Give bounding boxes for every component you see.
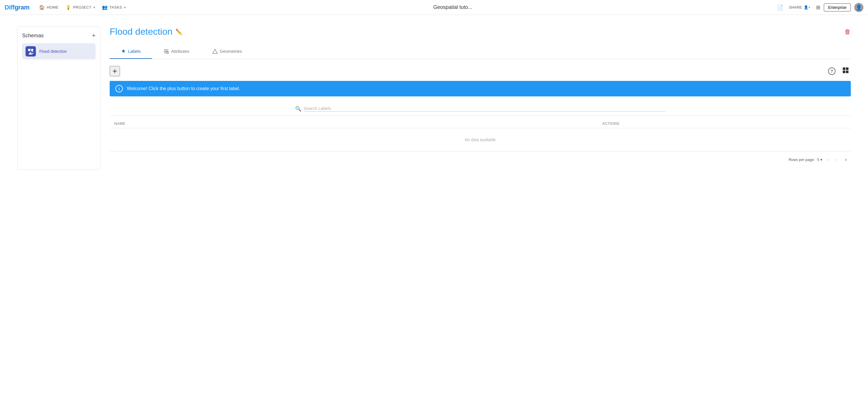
file-icon[interactable]: 📄 bbox=[777, 4, 783, 11]
delete-schema-button[interactable]: 🗑 bbox=[844, 28, 851, 36]
nav-tasks[interactable]: 👥 TASKS ▾ bbox=[99, 3, 129, 12]
avatar[interactable]: 👤 bbox=[854, 3, 863, 12]
pagination-next-button[interactable]: › bbox=[843, 156, 848, 163]
column-actions-header: Actions bbox=[602, 121, 846, 126]
edit-title-icon[interactable]: ✏️ bbox=[175, 28, 183, 35]
geometries-icon bbox=[212, 48, 218, 54]
home-icon: 🏠 bbox=[39, 5, 45, 10]
schemas-header: Schemas + bbox=[22, 32, 96, 39]
svg-rect-15 bbox=[846, 67, 848, 70]
navbar: Diffgram 🏠 HOME 💡 PROJECT ▾ 👥 TASKS ▾ Ge… bbox=[0, 0, 868, 15]
nav-project[interactable]: 💡 PROJECT ▾ bbox=[63, 3, 98, 12]
svg-marker-10 bbox=[213, 49, 217, 53]
search-icon: 🔍 bbox=[295, 105, 301, 112]
toolbar-right: ? bbox=[827, 66, 851, 76]
project-icon: 💡 bbox=[65, 5, 71, 10]
rows-per-page-select[interactable]: 5 ▾ bbox=[817, 158, 823, 162]
svg-rect-16 bbox=[843, 71, 845, 73]
add-person-icon: 👤+ bbox=[804, 5, 811, 9]
svg-marker-2 bbox=[28, 52, 32, 55]
schema-icon bbox=[26, 46, 36, 57]
tasks-icon: 👥 bbox=[102, 5, 108, 10]
svg-line-4 bbox=[32, 51, 32, 52]
svg-point-11 bbox=[214, 49, 215, 50]
layout-icon[interactable]: ⊞ bbox=[816, 4, 820, 11]
svg-rect-0 bbox=[28, 49, 30, 51]
svg-rect-7 bbox=[164, 51, 168, 52]
enterprise-button[interactable]: Enterprise bbox=[824, 3, 851, 11]
svg-rect-17 bbox=[846, 71, 848, 73]
search-wrap: 🔍 bbox=[295, 105, 665, 112]
svg-rect-14 bbox=[843, 67, 845, 70]
project-chevron-icon: ▾ bbox=[93, 5, 95, 9]
tab-labels[interactable]: ★ Labels bbox=[110, 44, 152, 59]
svg-rect-6 bbox=[164, 50, 168, 50]
pagination-prev-button[interactable]: ‹ bbox=[834, 156, 839, 163]
nav-home[interactable]: 🏠 HOME bbox=[36, 3, 61, 12]
nav-links: 🏠 HOME 💡 PROJECT ▾ 👥 TASKS ▾ bbox=[36, 3, 129, 12]
project-title: Geospatial tuto... bbox=[135, 4, 770, 10]
table-header: Name Actions bbox=[110, 119, 851, 128]
info-banner: i Welcome! Click the plus button to crea… bbox=[110, 81, 851, 96]
svg-point-9 bbox=[167, 52, 168, 54]
schema-item-flood-detection[interactable]: Flood detection bbox=[22, 43, 96, 59]
rows-per-page-value: 5 bbox=[817, 158, 819, 162]
share-button[interactable]: SHARE 👤+ bbox=[787, 4, 813, 11]
logo[interactable]: Diffgram bbox=[5, 4, 29, 11]
column-name-header: Name bbox=[114, 121, 602, 126]
detail-panel: Flood detection ✏️ 🗑 ★ Labels bbox=[110, 26, 851, 405]
logo-gram: gram bbox=[14, 4, 30, 11]
avatar-icon: 👤 bbox=[856, 4, 862, 11]
search-row: 🔍 bbox=[110, 102, 851, 116]
attributes-icon bbox=[164, 48, 169, 54]
rows-per-page-chevron-icon: ▾ bbox=[820, 158, 823, 162]
tab-attributes[interactable]: Attributes bbox=[152, 44, 200, 59]
schema-item-label: Flood detection bbox=[39, 49, 67, 54]
navbar-right: 📄 SHARE 👤+ ⊞ Enterprise 👤 bbox=[777, 3, 863, 12]
svg-rect-8 bbox=[164, 53, 167, 53]
rows-per-page-label: Rows per page: bbox=[788, 158, 815, 162]
info-banner-text: Welcome! Click the plus button to create… bbox=[127, 86, 240, 91]
tab-geometries[interactable]: Geometries bbox=[201, 44, 254, 59]
main-content: Schemas + Flood detection Flood detectio… bbox=[0, 15, 868, 416]
labels-toolbar: + ? bbox=[110, 66, 851, 76]
svg-point-1 bbox=[31, 49, 33, 51]
labels-star-icon: ★ bbox=[121, 48, 126, 54]
detail-title: Flood detection ✏️ bbox=[110, 26, 183, 37]
tabs: ★ Labels Attributes bbox=[110, 44, 851, 59]
schemas-title: Schemas bbox=[22, 33, 43, 39]
help-button[interactable]: ? bbox=[827, 66, 837, 76]
logo-diff: Diff bbox=[5, 4, 14, 11]
detail-title-text: Flood detection bbox=[110, 26, 173, 37]
pagination: Rows per page: 5 ▾ – ‹ › bbox=[110, 152, 851, 168]
grid-icon bbox=[842, 67, 849, 75]
svg-line-5 bbox=[32, 51, 33, 52]
info-icon: i bbox=[115, 85, 123, 92]
pagination-dash: – bbox=[827, 158, 829, 162]
svg-point-3 bbox=[32, 53, 33, 54]
tasks-chevron-icon: ▾ bbox=[124, 5, 126, 9]
table-empty-message: No data available bbox=[110, 128, 851, 152]
rows-per-page: Rows per page: 5 ▾ bbox=[788, 158, 822, 162]
search-input[interactable] bbox=[304, 106, 665, 111]
schemas-panel: Schemas + Flood detection bbox=[17, 26, 100, 170]
grid-view-button[interactable] bbox=[840, 66, 851, 76]
add-schema-button[interactable]: + bbox=[92, 32, 96, 39]
detail-header: Flood detection ✏️ 🗑 bbox=[110, 26, 851, 37]
add-label-button[interactable]: + bbox=[110, 66, 120, 76]
help-icon: ? bbox=[828, 67, 836, 75]
